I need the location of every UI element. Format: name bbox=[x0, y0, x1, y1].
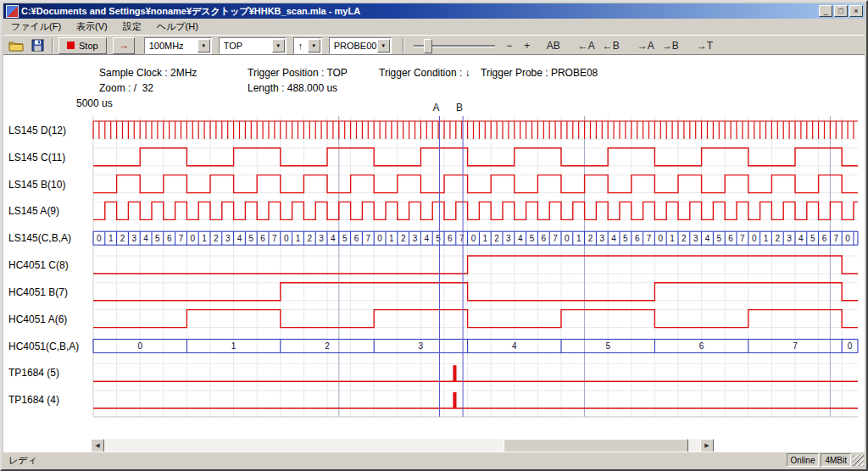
waveform-display: 0123456701234567012345670123456701234567… bbox=[3, 97, 865, 435]
channel-trace-8: 012345670 bbox=[93, 339, 858, 352]
svg-text:2: 2 bbox=[682, 234, 687, 243]
status-bar: レディ Online 4MBit bbox=[3, 452, 865, 468]
channel-label-ls145-d[interactable]: LS145 D(12) bbox=[8, 125, 92, 136]
svg-text:2: 2 bbox=[325, 341, 330, 351]
trigger-position-value: TOP bbox=[224, 41, 242, 51]
cursor-b[interactable]: B bbox=[456, 102, 463, 417]
channel-trace-0 bbox=[93, 121, 858, 139]
goto-trigger-button[interactable]: →T bbox=[694, 37, 715, 54]
sample-clock-info: Sample Clock : 2MHz bbox=[99, 67, 197, 79]
trigger-condition-info: Trigger Condition : ↓ bbox=[379, 67, 470, 79]
trigger-edge-select[interactable]: ↑ ▼ bbox=[293, 37, 322, 54]
horizontal-scrollbar: ◀ ▶ bbox=[91, 439, 714, 452]
channel-label-ls145-b[interactable]: LS145 B(10) bbox=[8, 179, 92, 191]
run-button[interactable]: → bbox=[113, 37, 135, 54]
svg-text:1: 1 bbox=[576, 234, 581, 243]
svg-text:6: 6 bbox=[448, 234, 453, 243]
svg-text:7: 7 bbox=[459, 234, 465, 243]
chevron-down-icon[interactable]: ▼ bbox=[377, 39, 390, 53]
minimize-button[interactable]: _ bbox=[819, 5, 832, 17]
channel-label-hc4051-c[interactable]: HC4051 C(8) bbox=[8, 259, 92, 271]
ab-button[interactable]: AB bbox=[544, 37, 563, 54]
app-icon bbox=[6, 5, 19, 18]
open-file-button[interactable] bbox=[7, 37, 25, 54]
channel-label-hc4051-b[interactable]: HC4051 B(7) bbox=[8, 286, 92, 298]
channel-label-tp1684-4[interactable]: TP1684 (4) bbox=[8, 394, 92, 406]
toolbar-separator bbox=[52, 38, 53, 53]
svg-text:7: 7 bbox=[834, 234, 839, 243]
trigger-position-info: Trigger Position : TOP bbox=[248, 67, 348, 79]
svg-text:2: 2 bbox=[308, 234, 313, 243]
sample-rate-select[interactable]: 100MHz ▼ bbox=[144, 37, 212, 54]
resize-grip[interactable] bbox=[853, 455, 864, 466]
goto-next-b-button[interactable]: →B bbox=[659, 37, 682, 54]
svg-text:1: 1 bbox=[483, 234, 488, 243]
menu-view[interactable]: 表示(V) bbox=[69, 18, 115, 36]
close-button[interactable]: × bbox=[849, 5, 863, 17]
svg-text:1: 1 bbox=[202, 234, 207, 243]
svg-text:2: 2 bbox=[120, 234, 125, 243]
svg-text:0: 0 bbox=[471, 234, 476, 243]
zoom-slider-handle[interactable] bbox=[424, 39, 432, 53]
cursor-a[interactable]: A bbox=[432, 102, 439, 417]
chevron-down-icon[interactable]: ▼ bbox=[308, 39, 320, 53]
channel-label-hc4051-a[interactable]: HC4051 A(6) bbox=[8, 313, 92, 325]
floppy-disk-icon bbox=[31, 39, 44, 52]
goto-next-a-button[interactable]: →A bbox=[635, 37, 657, 54]
svg-text:5: 5 bbox=[605, 341, 610, 351]
channel-trace-2 bbox=[93, 175, 858, 193]
svg-text:6: 6 bbox=[354, 234, 359, 243]
channel-trace-1 bbox=[93, 148, 858, 166]
title-bar: C:¥Documents and Settings¥noname¥デスクトップ¥… bbox=[3, 3, 865, 19]
channel-label-hc4051-bus[interactable]: HC4051(C,B,A) bbox=[8, 341, 92, 352]
window-title: C:¥Documents and Settings¥noname¥デスクトップ¥… bbox=[21, 5, 819, 18]
stop-button-label: Stop bbox=[79, 41, 98, 51]
zoom-out-button[interactable]: − bbox=[502, 37, 517, 54]
channel-trace-3 bbox=[93, 202, 858, 219]
toolbar-separator bbox=[403, 38, 404, 53]
svg-text:3: 3 bbox=[787, 234, 792, 243]
scroll-right-button[interactable]: ▶ bbox=[700, 439, 714, 452]
channel-label-ls145-bus[interactable]: LS145(C,B,A) bbox=[8, 232, 92, 244]
svg-text:4: 4 bbox=[237, 234, 242, 243]
trigger-probe-value: PROBE00 bbox=[334, 41, 377, 51]
menu-bar: ファイル(F) 表示(V) 設定 ヘルプ(H) bbox=[3, 19, 865, 35]
toolbar: Stop → 100MHz ▼ TOP ▼ ↑ ▼ PROBE00 ▼ − + … bbox=[3, 35, 865, 55]
svg-text:7: 7 bbox=[179, 234, 184, 243]
channel-trace-9 bbox=[93, 365, 858, 381]
channel-label-tp1684-5[interactable]: TP1684 (5) bbox=[8, 367, 92, 379]
scroll-track[interactable] bbox=[104, 439, 700, 452]
stop-button[interactable]: Stop bbox=[58, 37, 107, 54]
zoom-in-button[interactable]: + bbox=[520, 37, 535, 54]
save-file-button[interactable] bbox=[28, 37, 47, 54]
zoom-slider[interactable] bbox=[414, 38, 495, 53]
trigger-probe-select[interactable]: PROBE00 ▼ bbox=[329, 37, 392, 54]
svg-text:6: 6 bbox=[260, 234, 265, 243]
svg-text:7: 7 bbox=[366, 234, 371, 243]
channel-label-ls145-a[interactable]: LS145 A(9) bbox=[8, 205, 92, 217]
maximize-button[interactable]: □ bbox=[834, 5, 848, 17]
svg-text:4: 4 bbox=[705, 234, 710, 243]
svg-text:6: 6 bbox=[635, 234, 640, 243]
svg-text:0: 0 bbox=[565, 234, 570, 243]
time-scale-label: 5000 us bbox=[76, 97, 113, 109]
scroll-left-button[interactable]: ◀ bbox=[91, 439, 104, 452]
menu-settings[interactable]: 設定 bbox=[115, 18, 149, 36]
goto-prev-b-button[interactable]: ←B bbox=[600, 37, 622, 54]
scroll-thumb[interactable] bbox=[504, 439, 688, 452]
svg-text:2: 2 bbox=[588, 234, 593, 243]
svg-text:2: 2 bbox=[214, 234, 219, 243]
goto-prev-a-button[interactable]: ←A bbox=[576, 37, 598, 54]
trigger-position-select[interactable]: TOP ▼ bbox=[219, 37, 287, 54]
menu-file[interactable]: ファイル(F) bbox=[3, 18, 69, 36]
svg-text:1: 1 bbox=[764, 234, 769, 243]
open-folder-icon bbox=[8, 40, 24, 52]
chevron-down-icon[interactable]: ▼ bbox=[198, 39, 210, 53]
menu-help[interactable]: ヘルプ(H) bbox=[149, 18, 206, 36]
svg-text:3: 3 bbox=[600, 234, 605, 243]
svg-text:0: 0 bbox=[97, 234, 102, 243]
svg-text:3: 3 bbox=[319, 234, 324, 243]
channel-label-ls145-c[interactable]: LS145 C(11) bbox=[8, 152, 92, 163]
svg-text:7: 7 bbox=[740, 234, 745, 243]
chevron-down-icon[interactable]: ▼ bbox=[272, 39, 285, 53]
